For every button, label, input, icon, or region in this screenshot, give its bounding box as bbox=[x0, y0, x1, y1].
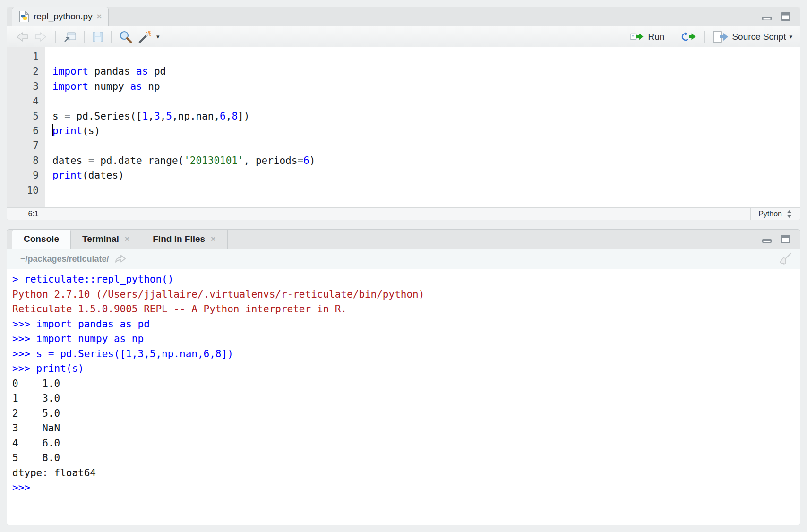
editor-tabstrip: repl_python.py × bbox=[7, 7, 800, 26]
line-number: 7 bbox=[7, 138, 39, 153]
minimize-button[interactable] bbox=[761, 234, 773, 244]
code-line bbox=[52, 183, 800, 198]
cursor-position[interactable]: 6:1 bbox=[7, 208, 60, 220]
code-line bbox=[52, 138, 800, 153]
save-icon[interactable] bbox=[92, 31, 104, 43]
console-line: Python 2.7.10 (/Users/jjallaire/.virtual… bbox=[12, 287, 800, 302]
minimize-button[interactable] bbox=[761, 12, 773, 21]
console-line: >>> s = pd.Series([1,3,5,np.nan,6,8]) bbox=[12, 347, 800, 362]
goto-directory-arrow-icon[interactable] bbox=[114, 254, 127, 264]
editor-tab-title: repl_python.py bbox=[34, 11, 93, 22]
forward-icon[interactable] bbox=[34, 31, 48, 43]
source-script-label: Source Script bbox=[732, 32, 786, 42]
line-number: 8 bbox=[7, 154, 39, 168]
editor-toolbar: ▾ Run bbox=[7, 26, 800, 47]
code-editor[interactable]: 12345678910 import pandas as pdimport nu… bbox=[7, 47, 800, 207]
code-lines: import pandas as pdimport numpy as nps =… bbox=[45, 47, 800, 207]
console-line: > reticulate::repl_python() bbox=[12, 272, 800, 287]
updown-selector-icon bbox=[786, 210, 792, 218]
open-new-window-icon[interactable] bbox=[63, 31, 77, 43]
source-script-button[interactable]: Source Script ▾ bbox=[713, 31, 792, 43]
console-line: 1 3.0 bbox=[12, 391, 800, 406]
console-tab-terminal[interactable]: Terminal× bbox=[71, 230, 141, 249]
maximize-button[interactable] bbox=[780, 234, 791, 244]
code-line: dates = pd.date_range('20130101', period… bbox=[52, 154, 800, 168]
code-line bbox=[52, 50, 800, 64]
toolbar-separator bbox=[111, 31, 112, 43]
maximize-button[interactable] bbox=[780, 12, 791, 21]
console-line: >>> bbox=[12, 481, 800, 496]
source-editor-pane: repl_python.py × bbox=[7, 7, 800, 220]
run-label: Run bbox=[648, 32, 665, 42]
console-tab-find-in-files[interactable]: Find in Files× bbox=[141, 230, 227, 249]
toolbar-separator bbox=[84, 31, 85, 43]
clear-console-broom-icon[interactable] bbox=[778, 252, 792, 266]
close-icon[interactable]: × bbox=[211, 234, 216, 244]
language-label: Python bbox=[758, 210, 782, 218]
tab-label: Terminal bbox=[82, 234, 119, 244]
console-line: 4 6.0 bbox=[12, 436, 800, 451]
line-number: 3 bbox=[7, 79, 39, 94]
code-line: s = pd.Series([1,3,5,np.nan,6,8]) bbox=[52, 109, 800, 124]
source-dropdown-caret-icon: ▾ bbox=[789, 33, 792, 40]
line-number: 2 bbox=[7, 64, 39, 79]
console-line: 3 NaN bbox=[12, 421, 800, 436]
run-icon bbox=[630, 32, 645, 42]
tab-label: Find in Files bbox=[153, 234, 205, 244]
line-number: 9 bbox=[7, 168, 39, 183]
editor-status-bar: 6:1 Python bbox=[7, 207, 800, 220]
run-button[interactable]: Run bbox=[630, 32, 665, 42]
language-selector[interactable]: Python bbox=[750, 208, 800, 220]
working-directory-bar: ~/packages/reticulate/ bbox=[7, 249, 800, 269]
console-line: >>> import pandas as pd bbox=[12, 317, 800, 332]
magic-wand-icon[interactable] bbox=[137, 30, 151, 43]
code-line: print(s) bbox=[52, 124, 800, 138]
toolbar-separator bbox=[672, 31, 672, 43]
line-number: 5 bbox=[7, 109, 39, 124]
console-line: dtype: float64 bbox=[12, 466, 800, 481]
back-icon[interactable] bbox=[15, 31, 29, 43]
working-directory-path: ~/packages/reticulate/ bbox=[20, 254, 109, 264]
console-output[interactable]: > reticulate::repl_python()Python 2.7.10… bbox=[7, 269, 800, 525]
console-line: >>> print(s) bbox=[12, 361, 800, 377]
code-line: import numpy as np bbox=[52, 79, 800, 94]
toolbar-separator bbox=[704, 31, 705, 43]
source-script-icon bbox=[713, 31, 729, 43]
line-number: 4 bbox=[7, 94, 39, 109]
tab-label: Console bbox=[24, 234, 59, 244]
code-line: import pandas as pd bbox=[52, 64, 800, 79]
search-icon[interactable] bbox=[119, 30, 132, 43]
line-number: 6 bbox=[7, 124, 39, 138]
wand-dropdown-caret-icon[interactable]: ▾ bbox=[156, 33, 160, 40]
rerun-icon[interactable] bbox=[680, 32, 697, 42]
console-tabstrip: ConsoleTerminal×Find in Files× bbox=[7, 230, 800, 249]
python-file-icon bbox=[19, 10, 29, 23]
close-icon[interactable]: × bbox=[97, 12, 102, 22]
line-number: 1 bbox=[7, 50, 39, 64]
console-line: 0 1.0 bbox=[12, 377, 800, 392]
editor-tab-repl-python[interactable]: repl_python.py × bbox=[12, 7, 109, 26]
text-cursor bbox=[52, 124, 53, 136]
console-line: 5 8.0 bbox=[12, 451, 800, 466]
code-line bbox=[52, 94, 800, 109]
console-line: 2 5.0 bbox=[12, 406, 800, 421]
console-tab-console[interactable]: Console bbox=[12, 230, 71, 249]
console-line: Reticulate 1.5.0.9005 REPL -- A Python i… bbox=[12, 302, 800, 317]
console-pane: ConsoleTerminal×Find in Files× ~/package… bbox=[7, 229, 800, 525]
toolbar-separator bbox=[55, 31, 56, 43]
gutter: 12345678910 bbox=[7, 47, 45, 207]
console-line: >>> import numpy as np bbox=[12, 332, 800, 347]
code-line: print(dates) bbox=[52, 168, 800, 183]
close-icon[interactable]: × bbox=[125, 234, 130, 244]
line-number: 10 bbox=[7, 183, 39, 198]
